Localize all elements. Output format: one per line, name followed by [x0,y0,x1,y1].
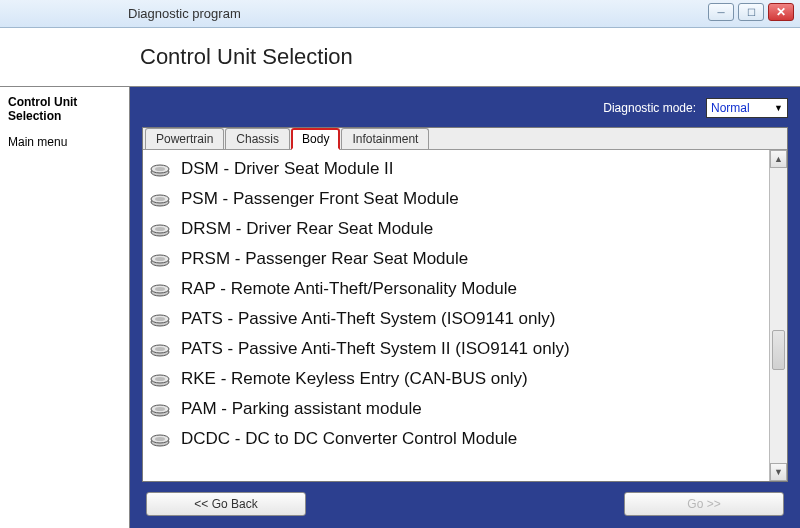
diagnostic-mode-label: Diagnostic mode: [603,101,696,115]
diagnostic-mode-row: Diagnostic mode: Normal ▼ [142,97,788,119]
ecu-icon [149,311,171,327]
body: Control Unit Selection Main menu Diagnos… [0,86,800,528]
footer: << Go Back Go >> [142,482,788,518]
ecu-icon [149,221,171,237]
list-item[interactable]: PRSM - Passenger Rear Seat Module [149,244,763,274]
scroll-up-button[interactable]: ▲ [770,150,787,168]
list-item-label: RKE - Remote Keyless Entry (CAN-BUS only… [181,369,528,389]
list-item[interactable]: DCDC - DC to DC Converter Control Module [149,424,763,454]
maximize-button[interactable]: ☐ [738,3,764,21]
scrollbar[interactable]: ▲ ▼ [769,150,787,481]
svg-point-29 [155,437,165,441]
list-item[interactable]: RAP - Remote Anti-Theft/Personality Modu… [149,274,763,304]
svg-point-8 [155,227,165,231]
tabs-container: Powertrain Chassis Body Infotainment DSM… [142,127,788,482]
tab-body[interactable]: Body [291,128,340,150]
list-item[interactable]: PATS - Passive Anti-Theft System (ISO914… [149,304,763,334]
list-item[interactable]: DRSM - Driver Rear Seat Module [149,214,763,244]
ecu-icon [149,281,171,297]
svg-point-5 [155,197,165,201]
svg-point-26 [155,407,165,411]
ecu-icon [149,401,171,417]
list-item-label: RAP - Remote Anti-Theft/Personality Modu… [181,279,517,299]
list-item[interactable]: PATS - Passive Anti-Theft System II (ISO… [149,334,763,364]
window-titlebar: Diagnostic program ─ ☐ ✕ [0,0,800,28]
diagnostic-mode-select[interactable]: Normal ▼ [706,98,788,118]
svg-point-2 [155,167,165,171]
scroll-down-button[interactable]: ▼ [770,463,787,481]
module-list: DSM - Driver Seat Module II PSM - Passen… [143,150,769,481]
sidebar-item-main-menu[interactable]: Main menu [8,133,121,151]
list-item[interactable]: DSM - Driver Seat Module II [149,154,763,184]
list-item-label: PSM - Passenger Front Seat Module [181,189,459,209]
go-back-button[interactable]: << Go Back [146,492,306,516]
list-item-label: PRSM - Passenger Rear Seat Module [181,249,468,269]
close-button[interactable]: ✕ [768,3,794,21]
svg-point-14 [155,287,165,291]
scroll-track[interactable] [770,168,787,463]
list-item[interactable]: PAM - Parking assistant module [149,394,763,424]
window-title: Diagnostic program [128,6,241,21]
list-item[interactable]: RKE - Remote Keyless Entry (CAN-BUS only… [149,364,763,394]
svg-point-20 [155,347,165,351]
scroll-thumb[interactable] [772,330,785,370]
ecu-icon [149,341,171,357]
list-item-label: PATS - Passive Anti-Theft System II (ISO… [181,339,570,359]
list-item-label: DCDC - DC to DC Converter Control Module [181,429,517,449]
list-item[interactable]: PSM - Passenger Front Seat Module [149,184,763,214]
module-list-container: DSM - Driver Seat Module II PSM - Passen… [143,150,787,481]
sidebar-item-control-unit-selection[interactable]: Control Unit Selection [8,93,121,125]
list-item-label: PAM - Parking assistant module [181,399,422,419]
sidebar: Control Unit Selection Main menu [0,87,130,528]
list-item-label: PATS - Passive Anti-Theft System (ISO914… [181,309,555,329]
tab-infotainment[interactable]: Infotainment [341,128,429,149]
ecu-icon [149,251,171,267]
page-title: Control Unit Selection [140,44,353,70]
svg-point-11 [155,257,165,261]
ecu-icon [149,191,171,207]
ecu-icon [149,161,171,177]
tabs: Powertrain Chassis Body Infotainment [143,128,787,150]
list-item-label: DRSM - Driver Rear Seat Module [181,219,433,239]
page-header: Control Unit Selection [0,28,800,86]
window-buttons: ─ ☐ ✕ [708,3,794,21]
go-button[interactable]: Go >> [624,492,784,516]
ecu-icon [149,431,171,447]
svg-point-17 [155,317,165,321]
list-item-label: DSM - Driver Seat Module II [181,159,394,179]
main-panel: Diagnostic mode: Normal ▼ Powertrain Cha… [130,87,800,528]
minimize-button[interactable]: ─ [708,3,734,21]
tab-chassis[interactable]: Chassis [225,128,290,149]
diagnostic-mode-value: Normal [711,101,750,115]
ecu-icon [149,371,171,387]
chevron-down-icon: ▼ [774,103,783,113]
svg-point-23 [155,377,165,381]
tab-powertrain[interactable]: Powertrain [145,128,224,149]
